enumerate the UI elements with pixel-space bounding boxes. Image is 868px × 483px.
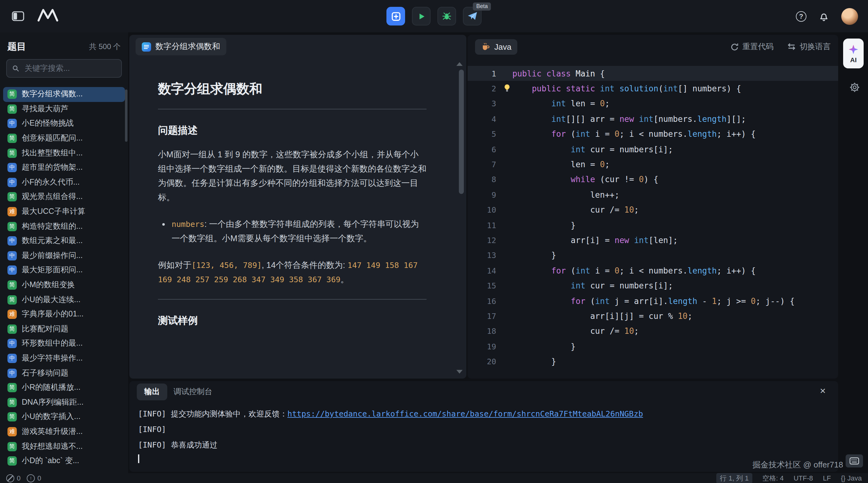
- problem-list-item[interactable]: 中最少字符串操作...: [3, 351, 125, 365]
- problem-list-item[interactable]: 简创意标题匹配问...: [3, 131, 125, 146]
- problem-scrollbar[interactable]: [459, 70, 464, 194]
- problem-list-item[interactable]: 中环形数组中的最...: [3, 336, 125, 351]
- notifications-bell-icon[interactable]: [817, 9, 831, 23]
- user-avatar[interactable]: [841, 8, 858, 25]
- problem-list-item[interactable]: 简DNA序列编辑距...: [3, 395, 125, 410]
- problem-list: 简数字分组求偶数...简寻找最大葫芦中小E的怪物挑战简创意标题匹配问...简找出…: [0, 87, 128, 472]
- run-button[interactable]: [412, 7, 431, 26]
- problem-list-item[interactable]: 简找出整型数组中...: [3, 146, 125, 160]
- problem-list-item[interactable]: 简小D的 `abc` 变...: [3, 454, 125, 469]
- status-item[interactable]: 行 1, 列 1: [716, 473, 752, 483]
- submit-button[interactable]: Beta: [463, 7, 482, 26]
- problem-item-label: 观光景点组合得...: [22, 192, 83, 202]
- inline-code: numbers: [172, 219, 204, 229]
- code-line[interactable]: 16 for (int j = arr[i].length - 1; j >= …: [468, 293, 838, 309]
- problem-list-item[interactable]: 简寻找最大葫芦: [3, 102, 125, 116]
- problem-list-item[interactable]: 难最大UCC子串计算: [3, 204, 125, 219]
- status-item[interactable]: LF: [823, 474, 831, 482]
- problem-list-item[interactable]: 简小U的最大连续...: [3, 292, 125, 307]
- status-item[interactable]: UTF-8: [794, 474, 813, 482]
- code-line[interactable]: 3 int len = 0;: [468, 96, 838, 111]
- problem-list-item[interactable]: 简小U的数字插入...: [3, 410, 125, 424]
- problem-item-label: 超市里的货物架...: [22, 163, 83, 173]
- code-line[interactable]: 20 }: [468, 354, 838, 369]
- language-tab[interactable]: Java: [475, 39, 518, 54]
- problem-list-item[interactable]: 中小F的永久代币...: [3, 175, 125, 190]
- code-line[interactable]: 19 }: [468, 339, 838, 354]
- reset-code-button[interactable]: 重置代码: [731, 41, 774, 52]
- code-line[interactable]: 18 cur /= 10;: [468, 324, 838, 339]
- search-input[interactable]: [23, 63, 116, 73]
- problem-list-item[interactable]: 简我好想逃却逃不...: [3, 439, 125, 454]
- difficulty-badge: 难: [7, 427, 17, 437]
- keyboard-panel-icon[interactable]: [846, 454, 863, 468]
- settings-gear-icon[interactable]: [849, 82, 860, 93]
- sidebar-scrollbar[interactable]: [125, 90, 127, 142]
- difficulty-badge: 简: [7, 148, 17, 158]
- code-line[interactable]: 10 cur /= 10;: [468, 202, 838, 218]
- line-number: 7: [468, 160, 496, 169]
- problem-list-item[interactable]: 中小E的怪物挑战: [3, 116, 125, 131]
- problem-list-item[interactable]: 中最少前缀操作问...: [3, 248, 125, 263]
- problem-list-item[interactable]: 中数组元素之和最...: [3, 234, 125, 248]
- line-number: 18: [468, 327, 496, 336]
- switch-language-button[interactable]: 切换语言: [787, 41, 831, 52]
- problem-list-item[interactable]: 中石子移动问题: [3, 366, 125, 380]
- bug-icon: [442, 11, 452, 21]
- difficulty-badge: 难: [7, 207, 17, 216]
- close-console-icon[interactable]: ×: [816, 385, 830, 397]
- problem-list-item[interactable]: 简小R的随机播放...: [3, 380, 125, 395]
- error-count[interactable]: 0: [6, 474, 21, 482]
- code-line[interactable]: 15 int cur = numbers[i];: [468, 278, 838, 293]
- reset-icon: [731, 42, 739, 51]
- difficulty-badge: 简: [7, 295, 17, 304]
- difficulty-badge: 中: [7, 251, 17, 260]
- warning-count[interactable]: ! 0: [27, 474, 41, 482]
- problem-list-item[interactable]: 中最大矩形面积问...: [3, 263, 125, 278]
- code-editor[interactable]: 1public class Main {2 public static int …: [468, 58, 838, 379]
- console-line: [INFO] 恭喜成功通过: [138, 437, 830, 453]
- code-line[interactable]: 2 public static int solution(int[] numbe…: [468, 81, 838, 96]
- code-line[interactable]: 12 arr[i] = new int[len];: [468, 233, 838, 248]
- problem-tab[interactable]: 数字分组求偶数和: [135, 38, 226, 55]
- code-line[interactable]: 5 for (int i = 0; i < numbers.length; i+…: [468, 127, 838, 142]
- console-line: [INFO] 提交功能内测体验中，欢迎反馈：https://bytedance.…: [138, 406, 830, 421]
- problem-list-item[interactable]: 难字典序最小的01...: [3, 307, 125, 322]
- code-line[interactable]: 17 arr[i][j] = cur % 10;: [468, 309, 838, 324]
- code-line[interactable]: 8 while (cur != 0) {: [468, 172, 838, 187]
- code-line[interactable]: 13 }: [468, 248, 838, 263]
- ai-label: AI: [850, 56, 857, 63]
- code-line[interactable]: 4 int[][] arr = new int[numbers.length][…: [468, 111, 838, 127]
- problem-list-item[interactable]: 简比赛配对问题: [3, 322, 125, 336]
- problem-item-label: 最少前缀操作问...: [22, 251, 83, 261]
- scroll-up-arrow-icon[interactable]: [456, 62, 463, 66]
- tab-output[interactable]: 输出: [137, 383, 167, 400]
- problem-item-label: 我好想逃却逃不...: [22, 441, 83, 452]
- sidebar-toggle-button[interactable]: [9, 7, 27, 26]
- problem-list-item[interactable]: 简数字分组求偶数...: [3, 87, 125, 102]
- console-panel: 输出 调试控制台 × [INFO] 提交功能内测体验中，欢迎反馈：https:/…: [129, 381, 838, 472]
- problem-list-item[interactable]: 难游戏英雄升级潜...: [3, 424, 125, 439]
- problem-item-label: 构造特定数组的...: [22, 221, 83, 231]
- status-item[interactable]: {} Java: [841, 474, 862, 482]
- debug-button[interactable]: [437, 7, 456, 26]
- problem-list-item[interactable]: 简观光景点组合得...: [3, 190, 125, 204]
- problem-list-item[interactable]: 简构造特定数组的...: [3, 219, 125, 234]
- search-box[interactable]: [6, 59, 122, 78]
- code-line[interactable]: 9 len++;: [468, 187, 838, 202]
- ai-assistant-button[interactable]: AI: [843, 38, 864, 68]
- lightbulb-icon[interactable]: [504, 84, 510, 92]
- code-line[interactable]: 14 for (int i = 0; i < numbers.length; i…: [468, 263, 838, 278]
- code-line[interactable]: 7 len = 0;: [468, 157, 838, 172]
- tab-debug-console[interactable]: 调试控制台: [174, 386, 212, 397]
- problem-list-item[interactable]: 简小M的数组变换: [3, 278, 125, 292]
- status-item[interactable]: 空格: 4: [762, 473, 783, 483]
- problem-list-item[interactable]: 中超市里的货物架...: [3, 160, 125, 175]
- code-line[interactable]: 6 int cur = numbers[i];: [468, 142, 838, 157]
- code-line[interactable]: 1public class Main {: [468, 66, 838, 81]
- code-line[interactable]: 11 }: [468, 218, 838, 233]
- console-link[interactable]: https://bytedance.larkoffice.com/share/b…: [287, 409, 643, 418]
- scroll-down-arrow-icon[interactable]: [456, 370, 463, 374]
- new-config-button[interactable]: [386, 7, 405, 26]
- help-icon[interactable]: ?: [796, 11, 806, 22]
